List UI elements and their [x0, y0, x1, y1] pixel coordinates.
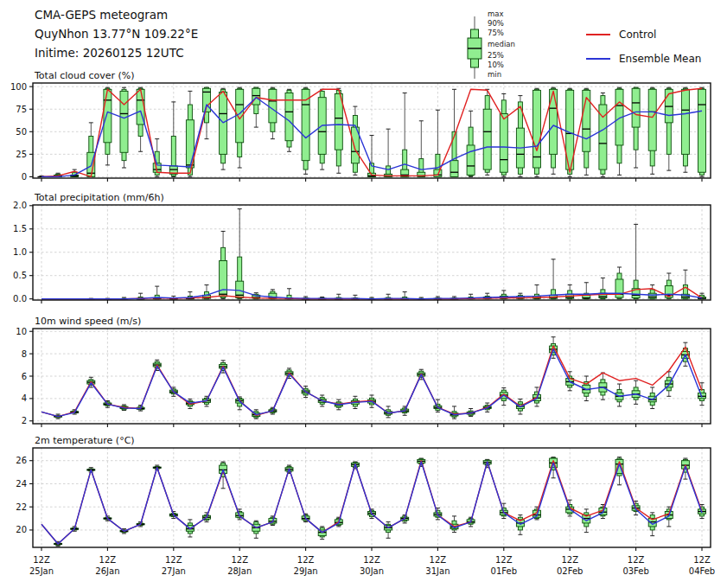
- panel-title: 2m temperature (°C): [35, 435, 135, 446]
- y-tick-label: 0.0: [13, 294, 27, 304]
- y-tick-label: 20: [16, 525, 27, 534]
- x-tick-hour: 12Z: [297, 555, 315, 565]
- box-25-75: [483, 109, 491, 169]
- y-tick-label: 26: [16, 456, 27, 465]
- box-25-75: [648, 293, 656, 298]
- gridlines: [29, 329, 711, 427]
- meteogram-page: Total cloud cover (%)0255075100Total pre…: [0, 0, 727, 588]
- ensemble-line-swatch: [586, 58, 610, 60]
- legend: max90%75%median25%10%min Control Ensembl…: [456, 5, 716, 80]
- legend-ensemble-label: Ensemble Mean: [619, 53, 701, 65]
- x-tick-hour: 12Z: [430, 555, 447, 565]
- panel-cloud: Total cloud cover (%)0255075100: [10, 70, 711, 182]
- x-tick-hour: 12Z: [33, 555, 50, 565]
- gridlines: [29, 448, 711, 551]
- box-25-75: [533, 90, 541, 168]
- y-tick-label: 75: [16, 105, 27, 114]
- x-tick-hour: 12Z: [693, 555, 711, 565]
- panel-title: Total precipitation (mm/6h): [34, 192, 164, 203]
- x-tick-date: 26Jan: [95, 566, 119, 576]
- boxplot-legend-label: 75%: [488, 29, 504, 37]
- y-tick-label: 50: [16, 127, 27, 137]
- y-tick-label: 2: [22, 416, 27, 425]
- panel-title: Total cloud cover (%): [34, 70, 135, 81]
- box-25-75: [104, 89, 112, 143]
- box-25-75: [467, 145, 475, 175]
- boxplot-legend-label: 90%: [488, 19, 504, 28]
- panel-temp: 2m temperature (°C)20222426: [16, 435, 711, 551]
- box-25-75: [648, 89, 656, 150]
- x-tick-hour: 12Z: [165, 555, 182, 565]
- box-25-75: [269, 89, 277, 123]
- station-location: QuyNhon 13.77°N 109.22°E: [35, 24, 198, 43]
- boxplot-legend-label: max: [488, 10, 504, 18]
- boxplot-legend-label: min: [488, 70, 501, 79]
- x-axis-labels: 12Z25Jan12Z26Jan12Z27Jan12Z28Jan12Z29Jan…: [29, 555, 715, 576]
- x-tick-date: 25Jan: [29, 566, 54, 576]
- box-25-75: [335, 94, 342, 150]
- panel-title: 10m wind speed (m/s): [35, 316, 141, 327]
- control-line-swatch: [586, 34, 610, 35]
- x-tick-date: 04Feb: [689, 566, 715, 576]
- gridlines: [29, 205, 711, 304]
- box-25-75: [500, 113, 507, 172]
- x-tick-date: 01Feb: [491, 566, 517, 576]
- box-25-75: [632, 88, 640, 127]
- y-tick-label: 10: [16, 327, 27, 336]
- meteogram-canvas: Total cloud cover (%)0255075100Total pre…: [0, 0, 727, 588]
- panel-wind: 10m wind speed (m/s)246810: [16, 316, 711, 427]
- boxplot-series: [87, 209, 706, 299]
- y-tick-label: 0: [22, 172, 27, 182]
- x-tick-hour: 12Z: [561, 555, 578, 565]
- boxplot-legend-icon: [463, 9, 486, 83]
- x-tick-hour: 12Z: [99, 555, 117, 565]
- y-tick-label: 2.0: [13, 201, 27, 210]
- x-tick-date: 03Feb: [622, 566, 648, 576]
- x-tick-hour: 12Z: [363, 555, 380, 565]
- header: CMA-GEPS meteogram QuyNhon 13.77°N 109.2…: [35, 5, 198, 62]
- init-time: Initime: 20260125 12UTC: [35, 43, 198, 62]
- x-tick-date: 02Feb: [557, 566, 583, 576]
- box-25-75: [681, 89, 689, 154]
- legend-control-label: Control: [619, 29, 656, 41]
- x-tick-date: 30Jan: [360, 566, 384, 576]
- legend-ensemble: Ensemble Mean: [586, 53, 701, 65]
- y-tick-label: 0.5: [13, 271, 27, 280]
- y-tick-label: 1.5: [13, 224, 27, 233]
- x-tick-hour: 12Z: [231, 555, 248, 565]
- y-tick-label: 22: [16, 502, 27, 512]
- x-tick-hour: 12Z: [628, 555, 645, 565]
- box-25-75: [450, 161, 458, 177]
- y-tick-label: 1.0: [13, 247, 27, 257]
- box-25-75: [220, 260, 227, 297]
- boxplot-series: [54, 457, 706, 546]
- panel-precip: Total precipitation (mm/6h)0.00.51.01.52…: [13, 192, 711, 304]
- x-tick-hour: 12Z: [495, 555, 513, 565]
- x-tick-date: 28Jan: [227, 566, 252, 576]
- y-tick-label: 6: [22, 372, 27, 381]
- legend-control: Control: [586, 29, 656, 41]
- x-tick-date: 31Jan: [425, 566, 450, 576]
- x-tick-date: 27Jan: [162, 566, 186, 576]
- y-tick-label: 4: [22, 393, 27, 403]
- box-25-75: [120, 91, 128, 152]
- y-tick-label: 24: [16, 479, 27, 489]
- y-tick-label: 8: [22, 349, 27, 359]
- page-title: CMA-GEPS meteogram: [35, 5, 198, 24]
- y-tick-label: 100: [10, 82, 27, 92]
- boxplot-legend-label: 25%: [488, 51, 504, 60]
- box-25-75: [698, 89, 706, 172]
- box-25-75: [252, 88, 260, 105]
- x-tick-date: 29Jan: [294, 566, 318, 576]
- boxplot-legend-label: 10%: [488, 61, 504, 69]
- y-tick-label: 25: [16, 150, 27, 159]
- boxplot-legend-label: median: [488, 40, 515, 48]
